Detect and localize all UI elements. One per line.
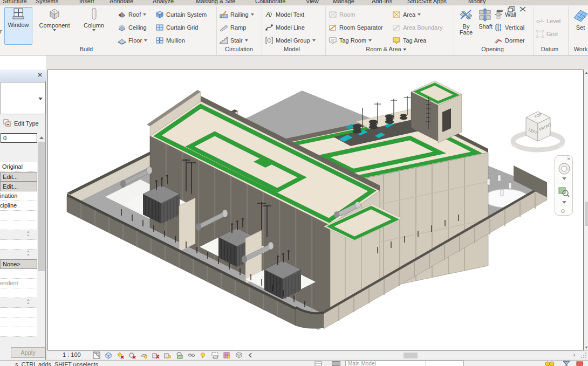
edit-button-row[interactable]: Edit... [0, 182, 37, 191]
roof-button[interactable]: Roof [118, 9, 146, 20]
component-button[interactable]: Component [38, 7, 71, 47]
ramp-button[interactable]: Ramp [220, 22, 246, 33]
steering-wheel-icon[interactable] [558, 162, 571, 175]
type-selector[interactable] [1, 82, 45, 114]
level-button[interactable]: 1 Level [536, 15, 560, 27]
vertical-scrollbar[interactable]: ▲ ▼ [584, 70, 588, 350]
section-header-row[interactable]: ^^ [0, 298, 37, 308]
edit-button-row[interactable]: Edit... [0, 172, 37, 182]
tab-collaborate[interactable]: Collaborate [255, 0, 285, 4]
section-header-row[interactable]: ^^ [0, 250, 37, 259]
status-hint: s, CTRL adds, SHIFT unselects. [15, 361, 100, 366]
reveal-glasses-icon[interactable] [545, 361, 555, 366]
shaft-button[interactable]: Shaft [477, 8, 494, 30]
property-row [0, 220, 37, 230]
tab-insert[interactable]: Insert [79, 0, 94, 4]
railing-button[interactable]: Railing [220, 9, 254, 20]
ceiling-button[interactable]: Ceiling [118, 22, 147, 33]
dormer-button[interactable]: Dormer [494, 34, 525, 46]
railing-icon [220, 10, 228, 19]
curtain-grid-button[interactable]: Curtain Grid [155, 22, 198, 33]
curtain-system-button[interactable]: Curtain System [155, 9, 207, 20]
tab-massing-site[interactable]: Massing & Site [196, 0, 235, 4]
tab-modify[interactable]: Modify [468, 0, 486, 4]
room-separator-button[interactable]: Room Separator [329, 22, 383, 33]
column-button[interactable]: Column [79, 7, 109, 47]
window-button[interactable]: Window [4, 7, 32, 45]
section-header-row[interactable]: ^^ [0, 230, 37, 240]
ramp-icon [220, 23, 228, 32]
palette-title-bar[interactable]: ✕ [0, 70, 46, 81]
model-group-icon [265, 36, 274, 45]
tab-systems[interactable]: Systems [36, 0, 58, 4]
3d-model-view[interactable] [47, 70, 584, 350]
status-bar: s, CTRL adds, SHIFT unselects. Main Mode… [0, 360, 588, 366]
restore-icon[interactable] [508, 6, 515, 12]
minimize-icon[interactable] [496, 6, 504, 12]
viewcube-cube[interactable]: TOP LEFT FRONT [526, 112, 552, 141]
grid-button[interactable]: Grid [536, 28, 558, 40]
filter-icon[interactable] [563, 361, 570, 366]
navbar-close-icon[interactable]: ✕ [566, 156, 571, 162]
view-control-icons[interactable] [93, 351, 298, 360]
tag-area-button[interactable]: Tag Area [392, 34, 426, 46]
viewcube[interactable]: TOP LEFT FRONT [510, 102, 569, 159]
vscroll-thumb[interactable] [585, 202, 588, 226]
scroll-up-icon[interactable]: ▲ [584, 71, 588, 74]
edit-type-button[interactable]: Edit Type [0, 117, 46, 130]
by-face-button[interactable]: By Face [456, 8, 476, 36]
scale-label[interactable]: 1 : 100 [63, 351, 81, 358]
curtain-system-icon [155, 10, 164, 19]
palette-close-icon[interactable]: ✕ [37, 71, 43, 79]
navbar-minimize-icon[interactable]: ⊖ [560, 208, 565, 214]
workset-status-icon[interactable] [332, 361, 340, 366]
tab-annotate[interactable]: Annotate [110, 0, 133, 4]
mullion-button[interactable]: Mullion [155, 34, 185, 46]
zoom-icon[interactable] [558, 186, 570, 198]
tab-structure[interactable]: Structure [3, 0, 27, 4]
vertical-opening-button[interactable]: Vertical [494, 22, 524, 33]
navigation-bar[interactable]: ✕ ⊖ [555, 155, 573, 216]
tag-room-button[interactable]: Tag Room [329, 34, 372, 46]
design-option-combo[interactable]: Main Model [345, 361, 426, 366]
tab-view[interactable]: View [306, 0, 319, 4]
resize-grip-icon[interactable] [581, 353, 587, 358]
cut-button-fragment: r [0, 28, 2, 34]
panel-label-build: Build [80, 46, 93, 54]
panel-label-model: Model [284, 46, 300, 54]
apply-button[interactable]: Apply [11, 347, 45, 358]
navbar-dropdown-icon[interactable] [562, 201, 566, 204]
tab-add-ins[interactable]: Add-Ins [372, 0, 392, 4]
floor-button[interactable]: Floor [118, 34, 147, 46]
shaft-icon [478, 8, 493, 22]
model-group-button[interactable]: Model Group [265, 34, 316, 46]
stair-button[interactable]: Stair [220, 34, 248, 46]
scroll-up-icon[interactable] [39, 136, 44, 139]
editable-only-icon[interactable] [576, 361, 584, 366]
scroll-thumb[interactable] [38, 142, 45, 271]
property-row: cipline [0, 201, 37, 211]
property-row: ination [0, 191, 37, 201]
room-button[interactable]: Room [329, 9, 355, 20]
none-button-row[interactable]: None> [0, 259, 37, 269]
tab-analyze[interactable]: Analyze [153, 0, 174, 4]
palette-scrollbar[interactable] [37, 133, 45, 366]
hscroll-right-icon[interactable]: › [573, 352, 575, 358]
tab-manage[interactable]: Manage [333, 0, 354, 4]
area-button[interactable]: Area [392, 9, 421, 20]
tag-area-icon [392, 36, 401, 45]
tab-strucsoft-apps[interactable]: StrucSoft Apps [407, 0, 447, 4]
property-row [0, 269, 37, 279]
area-boundary-icon [392, 23, 401, 32]
panel-label-circulation: Circulation [225, 46, 253, 54]
model-line-button[interactable]: Model Line [265, 22, 305, 33]
set-work-plane-button[interactable]: Set [570, 7, 588, 31]
area-boundary-button[interactable]: Area Boundary [392, 22, 442, 33]
scroll-down-icon[interactable]: ▼ [584, 346, 588, 349]
property-value-field[interactable]: 0 [1, 133, 37, 143]
worksets-icon[interactable] [314, 361, 323, 366]
hscroll-thumb[interactable] [404, 353, 418, 358]
navbar-dropdown-icon[interactable] [562, 177, 566, 180]
close-icon[interactable] [519, 6, 527, 12]
model-text-button[interactable]: A Model Text [265, 9, 304, 20]
